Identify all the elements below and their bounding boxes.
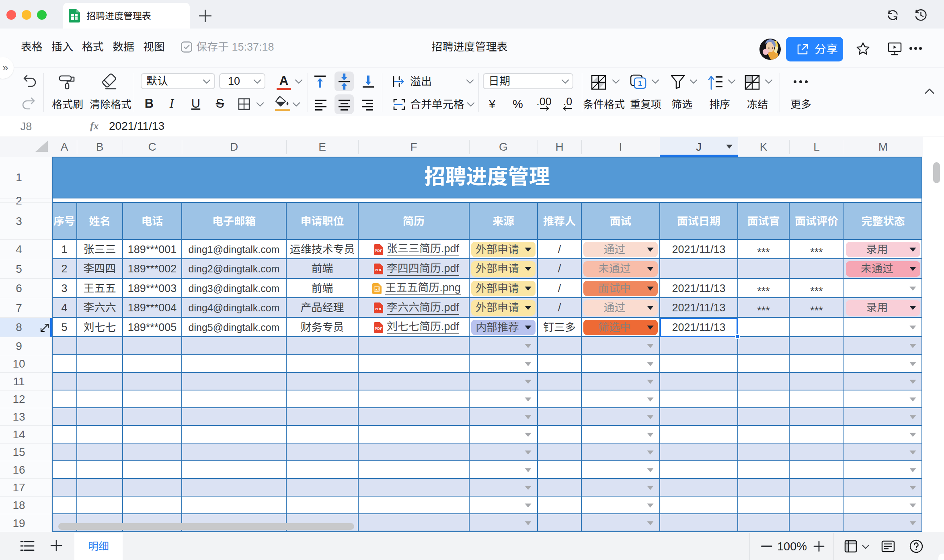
svg-text:PDF: PDF xyxy=(375,326,382,331)
svg-text:PDF: PDF xyxy=(375,268,382,272)
svg-text:1: 1 xyxy=(638,79,642,88)
svg-text:PDF: PDF xyxy=(375,248,382,253)
svg-text:PDF: PDF xyxy=(375,307,382,311)
